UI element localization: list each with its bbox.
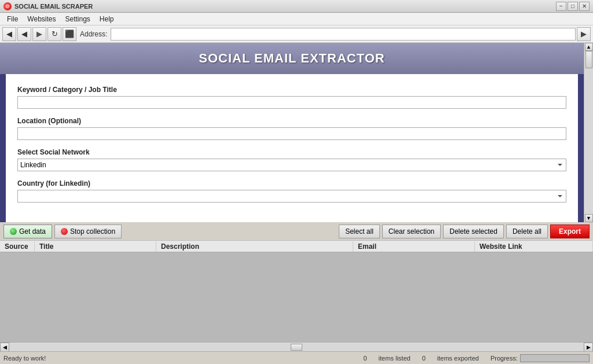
export-label: Export xyxy=(559,227,581,236)
progress-bar xyxy=(520,354,590,362)
stop-collection-button[interactable]: Stop collection xyxy=(54,225,122,238)
location-group: Location (Optional) xyxy=(17,117,566,140)
address-input[interactable] xyxy=(111,28,576,41)
title-bar-left: @ SOCIAL EMAIL SCRAPER xyxy=(3,2,93,10)
browser-viewport: SOCIAL EMAIL EXTRACTOR Keyword / Categor… xyxy=(0,43,593,222)
items-exported-label: items exported xyxy=(437,355,479,362)
select-all-label: Select all xyxy=(345,227,374,236)
toolbar: ◀ ◀ ▶ ↻ ⬛ Address: ▶ xyxy=(0,25,593,43)
delete-selected-label: Delete selected xyxy=(449,227,497,236)
progress-container: Progress: xyxy=(490,354,590,362)
delete-selected-button[interactable]: Delete selected xyxy=(443,225,504,238)
scroll-thumb[interactable] xyxy=(585,51,592,68)
col-email-header: Email xyxy=(353,241,475,252)
get-data-button[interactable]: Get data xyxy=(3,225,52,238)
go-button[interactable]: ▶ xyxy=(577,27,591,41)
items-exported-count: 0 xyxy=(422,355,426,362)
back-button[interactable]: ◀ xyxy=(2,27,16,41)
scrollbar-right: ▲ ▼ xyxy=(584,43,593,222)
col-desc-header: Description xyxy=(156,241,353,252)
country-group: Country (for Linkedin) xyxy=(17,179,566,203)
main-content: SOCIAL EMAIL EXTRACTOR Keyword / Categor… xyxy=(0,43,593,364)
country-label: Country (for Linkedin) xyxy=(17,179,566,187)
col-link-header: Website Link xyxy=(475,241,593,252)
minimize-button[interactable]: − xyxy=(556,2,566,11)
app-icon: @ xyxy=(3,2,12,10)
network-group: Select Social Network Linkedin Twitter F… xyxy=(17,148,566,171)
menu-websites[interactable]: Websites xyxy=(23,14,60,24)
get-data-label: Get data xyxy=(19,227,46,236)
delete-all-label: Delete all xyxy=(513,227,541,236)
ready-status: Ready to work! xyxy=(3,355,46,362)
items-listed-count: 0 xyxy=(363,355,367,362)
network-select[interactable]: Linkedin Twitter Facebook Instagram xyxy=(17,159,566,171)
stop-label: Stop collection xyxy=(70,227,115,236)
menu-help[interactable]: Help xyxy=(95,14,119,24)
status-bar: Ready to work! 0 items listed 0 items ex… xyxy=(0,351,593,364)
h-scrollbar: ◀ ▶ xyxy=(0,342,593,351)
col-source-header: Source xyxy=(0,241,35,252)
action-bar: Get data Stop collection Select all Clea… xyxy=(0,222,593,241)
select-all-button[interactable]: Select all xyxy=(339,225,380,238)
export-button[interactable]: Export xyxy=(550,225,590,238)
table-header: Source Title Description Email Website L… xyxy=(0,241,593,252)
menu-settings[interactable]: Settings xyxy=(60,14,94,24)
maximize-button[interactable]: □ xyxy=(568,2,578,11)
forward2-button[interactable]: ▶ xyxy=(32,27,46,41)
clear-selection-label: Clear selection xyxy=(389,227,434,236)
menu-bar: File Websites Settings Help xyxy=(0,13,593,25)
app-title: SOCIAL EMAIL SCRAPER xyxy=(14,3,93,10)
scroll-up-button[interactable]: ▲ xyxy=(585,43,593,51)
h-scroll-thumb[interactable] xyxy=(291,344,302,351)
scroll-track[interactable] xyxy=(585,51,593,214)
get-data-icon xyxy=(10,228,17,235)
clear-selection-button[interactable]: Clear selection xyxy=(382,225,441,238)
location-label: Location (Optional) xyxy=(17,117,566,125)
items-listed-label: items listed xyxy=(379,355,411,362)
location-input[interactable] xyxy=(17,127,566,140)
form-outer: Keyword / Category / Job Title Location … xyxy=(0,74,584,222)
progress-label: Progress: xyxy=(490,355,518,362)
page-heading: SOCIAL EMAIL EXTRACTOR xyxy=(8,51,576,66)
h-scroll-right-button[interactable]: ▶ xyxy=(584,343,593,352)
title-bar: @ SOCIAL EMAIL SCRAPER − □ ✕ xyxy=(0,0,593,13)
stop-icon xyxy=(61,228,68,235)
form-inner: Keyword / Category / Job Title Location … xyxy=(6,74,578,222)
page-content: SOCIAL EMAIL EXTRACTOR Keyword / Categor… xyxy=(0,43,584,222)
network-label: Select Social Network xyxy=(17,148,566,156)
keyword-label: Keyword / Category / Job Title xyxy=(17,86,566,94)
address-label: Address: xyxy=(80,30,107,38)
menu-file[interactable]: File xyxy=(2,14,23,24)
stop-button[interactable]: ⬛ xyxy=(63,27,76,41)
table-area: Source Title Description Email Website L… xyxy=(0,241,593,351)
close-button[interactable]: ✕ xyxy=(579,2,590,11)
window-controls: − □ ✕ xyxy=(556,2,590,11)
keyword-group: Keyword / Category / Job Title xyxy=(17,86,566,109)
table-body xyxy=(0,252,593,342)
page-header: SOCIAL EMAIL EXTRACTOR xyxy=(0,43,584,74)
scroll-down-button[interactable]: ▼ xyxy=(585,214,593,222)
col-title-header: Title xyxy=(35,241,156,252)
refresh-button[interactable]: ↻ xyxy=(47,27,61,41)
h-scroll-left-button[interactable]: ◀ xyxy=(0,343,9,352)
keyword-input[interactable] xyxy=(17,96,566,109)
country-select[interactable] xyxy=(17,190,566,203)
forward-button[interactable]: ◀ xyxy=(17,27,31,41)
h-scroll-track[interactable] xyxy=(9,343,584,351)
delete-all-button[interactable]: Delete all xyxy=(506,225,548,238)
